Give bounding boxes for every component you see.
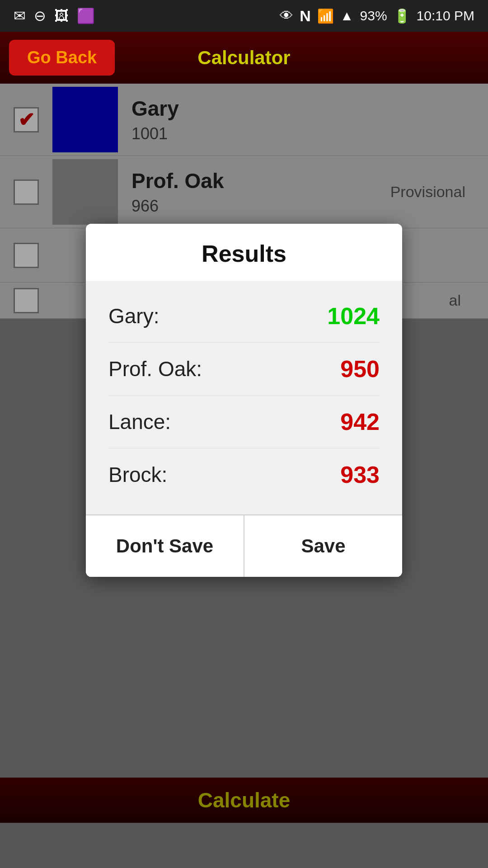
status-bar-right: 👁 N 📶 ▲ 93% 🔋 10:10 PM: [280, 7, 474, 25]
result-score-brock: 933: [340, 461, 380, 488]
results-dialog: Results Gary: 1024 Prof. Oak: 950 Lance:…: [86, 224, 402, 577]
result-name-profoak: Prof. Oak:: [108, 357, 202, 381]
app-icon: 🟪: [77, 7, 95, 24]
result-score-profoak: 950: [340, 355, 380, 382]
result-row-gary: Gary: 1024: [108, 290, 380, 343]
signal-icon: ▲: [340, 8, 354, 24]
battery-icon: 🔋: [394, 8, 410, 24]
go-back-button[interactable]: Go Back: [9, 40, 115, 75]
battery-percent: 93%: [360, 8, 387, 24]
result-score-lance: 942: [340, 408, 380, 435]
eye-icon: 👁: [280, 8, 293, 24]
result-name-lance: Lance:: [108, 410, 171, 434]
result-name-brock: Brock:: [108, 462, 167, 487]
save-button[interactable]: Save: [244, 515, 402, 577]
top-bar: Go Back Calculator: [0, 32, 488, 84]
dialog-title: Results: [86, 224, 402, 281]
dont-save-button[interactable]: Don't Save: [86, 515, 244, 577]
minus-icon: ⊖: [34, 7, 46, 24]
email-icon: ✉: [14, 7, 26, 24]
nfc-icon: N: [300, 7, 311, 25]
result-score-gary: 1024: [327, 302, 380, 330]
wifi-icon: 📶: [317, 8, 334, 24]
result-name-gary: Gary:: [108, 304, 159, 328]
main-content: ✔ Gary 1001 Prof. Oak 966 Provisional al…: [0, 84, 488, 823]
dialog-buttons: Don't Save Save: [86, 514, 402, 577]
app-title: Calculator: [197, 47, 290, 69]
modal-overlay: Results Gary: 1024 Prof. Oak: 950 Lance:…: [0, 84, 488, 823]
time-display: 10:10 PM: [417, 8, 474, 24]
result-row-profoak: Prof. Oak: 950: [108, 343, 380, 396]
result-row-lance: Lance: 942: [108, 396, 380, 448]
status-bar-left: ✉ ⊖ 🖼 🟪: [14, 7, 95, 24]
image-icon: 🖼: [54, 8, 69, 24]
status-bar: ✉ ⊖ 🖼 🟪 👁 N 📶 ▲ 93% 🔋 10:10 PM: [0, 0, 488, 32]
dialog-body: Gary: 1024 Prof. Oak: 950 Lance: 942 Bro…: [86, 281, 402, 514]
result-row-brock: Brock: 933: [108, 448, 380, 501]
